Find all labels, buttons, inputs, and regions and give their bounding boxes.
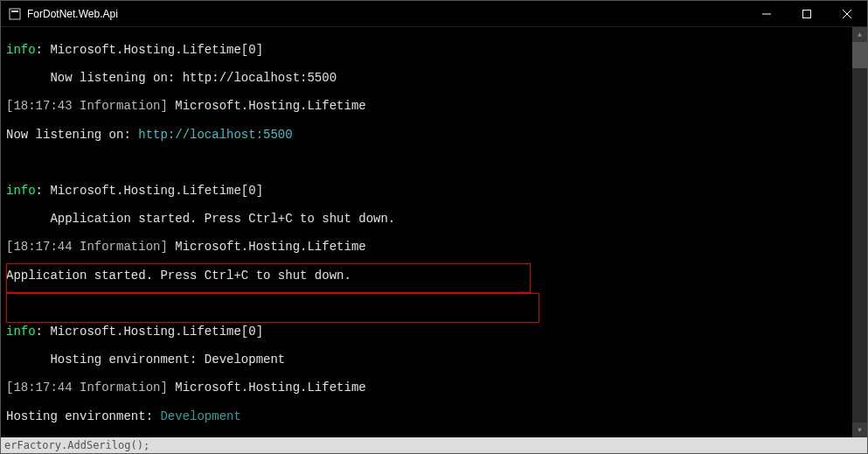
svg-rect-1 <box>11 10 18 12</box>
minimize-button[interactable] <box>746 1 787 27</box>
log-text: : Microsoft.Hosting.Lifetime[0] <box>36 184 263 198</box>
titlebar[interactable]: ForDotNet.Web.Api <box>1 1 867 27</box>
environment-value: Development <box>160 409 240 423</box>
log-timestamp: [18:17:44 Information] <box>6 240 168 254</box>
log-level-info: info <box>6 43 36 57</box>
window-controls <box>746 1 867 26</box>
log-level-info: info <box>6 184 36 198</box>
window-title: ForDotNet.Web.Api <box>27 8 746 20</box>
maximize-button[interactable] <box>787 1 827 27</box>
console-window: ForDotNet.Web.Api info: Microsoft.Hostin… <box>0 0 868 454</box>
listen-url-link[interactable]: http://localhost:5500 <box>138 128 292 142</box>
console-body: info: Microsoft.Hosting.Lifetime[0] Now … <box>1 27 867 437</box>
log-source: Microsoft.Hosting.Lifetime <box>168 240 366 254</box>
log-level-info: info <box>6 325 36 339</box>
log-text: Hosting environment: Development <box>6 353 862 367</box>
log-text: : Microsoft.Hosting.Lifetime[0] <box>36 43 263 57</box>
scroll-down-button[interactable]: ▼ <box>852 423 867 437</box>
svg-rect-3 <box>803 10 811 18</box>
log-text: Application started. Press Ctrl+C to shu… <box>6 269 862 283</box>
editor-snippet-text: erFactory.AddSerilog(); <box>4 439 149 451</box>
log-text: Hosting environment: <box>6 409 160 423</box>
console-output[interactable]: info: Microsoft.Hosting.Lifetime[0] Now … <box>1 27 867 437</box>
log-source: Microsoft.Hosting.Lifetime <box>168 99 366 113</box>
vertical-scrollbar[interactable]: ▲ ▼ <box>852 27 867 437</box>
editor-snippet-strip: erFactory.AddSerilog(); <box>1 437 867 453</box>
log-source: Microsoft.Hosting.Lifetime <box>168 381 366 395</box>
scroll-thumb[interactable] <box>852 42 867 68</box>
log-text: Now listening on: <box>6 128 138 142</box>
log-text: : Microsoft.Hosting.Lifetime[0] <box>36 325 263 339</box>
log-timestamp: [18:17:43 Information] <box>6 99 168 113</box>
scroll-up-button[interactable]: ▲ <box>852 27 867 42</box>
close-button[interactable] <box>827 1 867 27</box>
log-text: Application started. Press Ctrl+C to shu… <box>6 212 862 226</box>
log-timestamp: [18:17:44 Information] <box>6 381 168 395</box>
log-text: Now listening on: http://localhost:5500 <box>6 71 862 85</box>
app-icon <box>8 7 22 21</box>
svg-rect-0 <box>10 9 20 19</box>
